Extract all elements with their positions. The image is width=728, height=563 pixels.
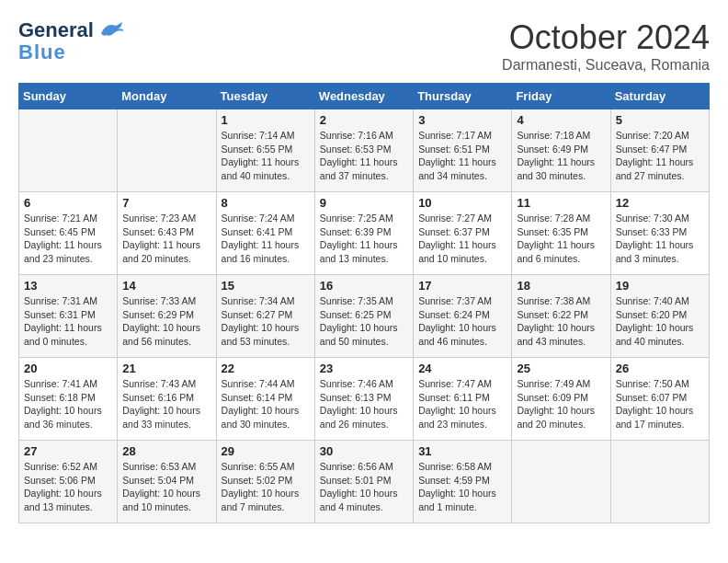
title-area: October 2024 Darmanesti, Suceava, Romani… (502, 18, 710, 74)
calendar-cell: 28Sunrise: 6:53 AM Sunset: 5:04 PM Dayli… (118, 441, 216, 523)
calendar-cell: 23Sunrise: 7:46 AM Sunset: 6:13 PM Dayli… (314, 358, 413, 441)
day-number: 17 (418, 279, 506, 293)
calendar-cell: 30Sunrise: 6:56 AM Sunset: 5:01 PM Dayli… (314, 441, 413, 523)
calendar-cell (610, 441, 709, 523)
calendar-cell: 7Sunrise: 7:23 AM Sunset: 6:43 PM Daylig… (118, 192, 216, 275)
day-number: 6 (24, 196, 112, 210)
cell-info: Sunrise: 7:49 AM Sunset: 6:09 PM Dayligh… (517, 377, 605, 431)
cell-info: Sunrise: 7:20 AM Sunset: 6:47 PM Dayligh… (616, 129, 704, 183)
calendar-cell: 14Sunrise: 7:33 AM Sunset: 6:29 PM Dayli… (118, 275, 216, 358)
logo-text: General (18, 18, 94, 42)
day-header-saturday: Saturday (610, 84, 709, 109)
day-number: 29 (222, 444, 310, 458)
calendar-cell: 6Sunrise: 7:21 AM Sunset: 6:45 PM Daylig… (19, 192, 118, 275)
cell-info: Sunrise: 7:23 AM Sunset: 6:43 PM Dayligh… (122, 212, 210, 266)
cell-info: Sunrise: 7:30 AM Sunset: 6:33 PM Dayligh… (616, 212, 704, 266)
cell-info: Sunrise: 6:53 AM Sunset: 5:04 PM Dayligh… (122, 460, 210, 514)
calendar-cell: 25Sunrise: 7:49 AM Sunset: 6:09 PM Dayli… (512, 358, 610, 441)
logo: General Blue (18, 18, 123, 64)
cell-info: Sunrise: 7:43 AM Sunset: 6:16 PM Dayligh… (122, 377, 210, 431)
calendar-cell: 12Sunrise: 7:30 AM Sunset: 6:33 PM Dayli… (610, 192, 709, 275)
calendar-cell: 26Sunrise: 7:50 AM Sunset: 6:07 PM Dayli… (610, 358, 709, 441)
calendar-cell: 5Sunrise: 7:20 AM Sunset: 6:47 PM Daylig… (610, 109, 709, 192)
cell-info: Sunrise: 7:31 AM Sunset: 6:31 PM Dayligh… (24, 294, 112, 349)
calendar-cell: 21Sunrise: 7:43 AM Sunset: 6:16 PM Dayli… (118, 358, 216, 441)
day-number: 23 (320, 362, 408, 375)
calendar-cell: 27Sunrise: 6:52 AM Sunset: 5:06 PM Dayli… (19, 441, 118, 523)
cell-info: Sunrise: 7:50 AM Sunset: 6:07 PM Dayligh… (616, 377, 704, 431)
cell-info: Sunrise: 7:24 AM Sunset: 6:41 PM Dayligh… (222, 212, 310, 266)
day-number: 27 (24, 444, 112, 458)
day-number: 12 (616, 196, 704, 210)
day-number: 1 (222, 113, 310, 127)
logo-bird-icon (97, 20, 123, 40)
day-number: 26 (616, 362, 704, 375)
calendar-cell: 9Sunrise: 7:25 AM Sunset: 6:39 PM Daylig… (314, 192, 413, 275)
calendar-cell: 22Sunrise: 7:44 AM Sunset: 6:14 PM Dayli… (216, 358, 314, 441)
day-header-tuesday: Tuesday (216, 84, 314, 109)
calendar-cell: 13Sunrise: 7:31 AM Sunset: 6:31 PM Dayli… (19, 275, 118, 358)
calendar-cell: 31Sunrise: 6:58 AM Sunset: 4:59 PM Dayli… (414, 441, 512, 523)
calendar-cell: 11Sunrise: 7:28 AM Sunset: 6:35 PM Dayli… (512, 192, 610, 275)
cell-info: Sunrise: 7:21 AM Sunset: 6:45 PM Dayligh… (24, 212, 112, 266)
day-number: 21 (122, 362, 210, 375)
header: General Blue October 2024 Darmanesti, Su… (18, 18, 710, 74)
day-number: 5 (616, 113, 704, 127)
week-row-5: 27Sunrise: 6:52 AM Sunset: 5:06 PM Dayli… (19, 441, 710, 523)
day-number: 15 (222, 279, 310, 293)
calendar-cell (19, 109, 118, 192)
calendar-cell: 18Sunrise: 7:38 AM Sunset: 6:22 PM Dayli… (512, 275, 610, 358)
cell-info: Sunrise: 7:44 AM Sunset: 6:14 PM Dayligh… (222, 377, 310, 431)
day-number: 16 (320, 279, 408, 293)
cell-info: Sunrise: 7:40 AM Sunset: 6:20 PM Dayligh… (616, 294, 704, 349)
cell-info: Sunrise: 7:41 AM Sunset: 6:18 PM Dayligh… (24, 377, 112, 431)
cell-info: Sunrise: 7:18 AM Sunset: 6:49 PM Dayligh… (517, 129, 605, 183)
week-row-3: 13Sunrise: 7:31 AM Sunset: 6:31 PM Dayli… (19, 275, 710, 358)
cell-info: Sunrise: 7:34 AM Sunset: 6:27 PM Dayligh… (222, 294, 310, 349)
calendar-cell: 4Sunrise: 7:18 AM Sunset: 6:49 PM Daylig… (512, 109, 610, 192)
cell-info: Sunrise: 7:17 AM Sunset: 6:51 PM Dayligh… (418, 129, 506, 183)
cell-info: Sunrise: 7:35 AM Sunset: 6:25 PM Dayligh… (320, 294, 408, 349)
week-row-1: 1Sunrise: 7:14 AM Sunset: 6:55 PM Daylig… (19, 109, 710, 192)
logo-blue-text: Blue (18, 40, 66, 63)
calendar-table: SundayMondayTuesdayWednesdayThursdayFrid… (18, 83, 710, 523)
calendar-cell: 19Sunrise: 7:40 AM Sunset: 6:20 PM Dayli… (610, 275, 709, 358)
day-number: 31 (418, 444, 506, 458)
day-number: 19 (616, 279, 704, 293)
day-number: 9 (320, 196, 408, 210)
day-header-thursday: Thursday (414, 84, 512, 109)
calendar-cell: 2Sunrise: 7:16 AM Sunset: 6:53 PM Daylig… (314, 109, 413, 192)
day-number: 20 (24, 362, 112, 375)
calendar-cell: 29Sunrise: 6:55 AM Sunset: 5:02 PM Dayli… (216, 441, 314, 523)
day-number: 7 (122, 196, 210, 210)
cell-info: Sunrise: 7:16 AM Sunset: 6:53 PM Dayligh… (320, 129, 408, 183)
cell-info: Sunrise: 7:38 AM Sunset: 6:22 PM Dayligh… (517, 294, 605, 349)
calendar-cell: 20Sunrise: 7:41 AM Sunset: 6:18 PM Dayli… (19, 358, 118, 441)
calendar-cell: 16Sunrise: 7:35 AM Sunset: 6:25 PM Dayli… (314, 275, 413, 358)
calendar-cell: 10Sunrise: 7:27 AM Sunset: 6:37 PM Dayli… (414, 192, 512, 275)
day-number: 4 (517, 113, 605, 127)
day-number: 30 (320, 444, 408, 458)
calendar-cell: 8Sunrise: 7:24 AM Sunset: 6:41 PM Daylig… (216, 192, 314, 275)
calendar-cell: 15Sunrise: 7:34 AM Sunset: 6:27 PM Dayli… (216, 275, 314, 358)
location-title: Darmanesti, Suceava, Romania (502, 57, 710, 74)
day-number: 22 (222, 362, 310, 375)
calendar-cell (512, 441, 610, 523)
day-headers-row: SundayMondayTuesdayWednesdayThursdayFrid… (19, 84, 710, 109)
calendar-cell (118, 109, 216, 192)
cell-info: Sunrise: 7:33 AM Sunset: 6:29 PM Dayligh… (122, 294, 210, 349)
cell-info: Sunrise: 7:37 AM Sunset: 6:24 PM Dayligh… (418, 294, 506, 349)
cell-info: Sunrise: 7:28 AM Sunset: 6:35 PM Dayligh… (517, 212, 605, 266)
day-number: 2 (320, 113, 408, 127)
cell-info: Sunrise: 7:46 AM Sunset: 6:13 PM Dayligh… (320, 377, 408, 431)
day-number: 8 (222, 196, 310, 210)
cell-info: Sunrise: 7:47 AM Sunset: 6:11 PM Dayligh… (418, 377, 506, 431)
cell-info: Sunrise: 6:56 AM Sunset: 5:01 PM Dayligh… (320, 460, 408, 514)
month-title: October 2024 (502, 18, 710, 57)
day-number: 25 (517, 362, 605, 375)
day-number: 24 (418, 362, 506, 375)
cell-info: Sunrise: 6:52 AM Sunset: 5:06 PM Dayligh… (24, 460, 112, 514)
week-row-2: 6Sunrise: 7:21 AM Sunset: 6:45 PM Daylig… (19, 192, 710, 275)
calendar-cell: 3Sunrise: 7:17 AM Sunset: 6:51 PM Daylig… (414, 109, 512, 192)
day-number: 28 (122, 444, 210, 458)
